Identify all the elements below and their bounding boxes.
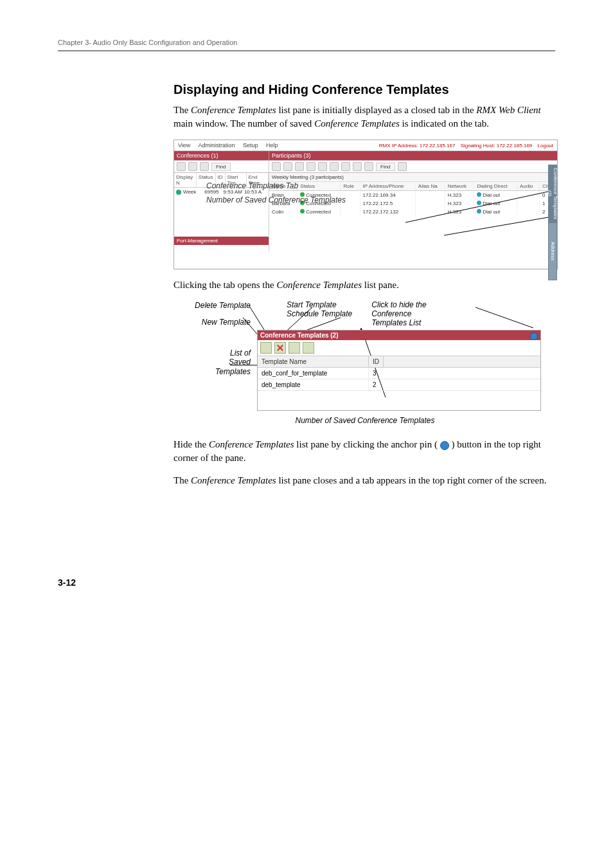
start-template-icon[interactable] [289,342,300,354]
t: Conference Templates [191,105,276,115]
t: list pane is initially displayed as a cl… [278,105,476,115]
t: Conference Templates [276,280,362,290]
templates-diagram: Delete Template New Template List of Sav… [173,301,556,411]
templates-pane: Conference Templates (2) Template Name I… [257,330,541,411]
label-delete-template: Delete Template [173,301,251,310]
col-role: Role [341,182,360,191]
t: The [173,475,191,485]
col-alias: Alias Na [415,182,445,191]
page-number: 3-12 [58,577,555,588]
menu-bar: View Administration Setup Help RMX IP Ad… [174,140,557,151]
t: list pane closes and a tab appears in th… [278,475,546,485]
delete-template-icon[interactable] [274,342,286,354]
p-net: H.323 [445,208,474,216]
find-button[interactable]: Find [376,163,395,171]
t: Conference Templates [314,118,400,129]
tool-icon[interactable] [177,162,186,171]
anno-num-saved: Number of Saved Conference Templates [206,195,346,204]
p-net: H.323 [445,191,474,200]
tool-icon[interactable] [272,162,281,171]
template-id: 3 [369,368,380,379]
tool-icon[interactable] [295,162,304,171]
menu-view[interactable]: View [178,142,190,149]
table-row[interactable]: Colin Connected 172.22.172.132 H.323 Dia… [269,208,557,216]
template-name: deb_conf_for_template [258,368,369,379]
grid-title: Weekly Meeting (3 participants) [269,173,557,182]
schedule-template-icon[interactable] [303,342,314,354]
paragraph-close: The Conference Templates list pane close… [173,474,555,487]
label-start-template: Start Template [287,301,352,310]
t: list pane. [364,280,399,290]
find-button[interactable]: Find [211,163,231,171]
chapter-header: Chapter 3- Audio Only Basic Configuratio… [58,39,555,46]
col-display: Display N [174,173,197,187]
t: is indicated on the tab. [402,118,489,129]
rmx-ip: RMX IP Address: 172.22.185.167 [379,143,456,149]
dial-icon [477,192,481,197]
tool-icon[interactable] [341,162,350,171]
dial-icon [477,201,481,205]
label-click-hide-1: Click to hide the [371,301,449,310]
conf-name: Week [183,189,196,195]
section-title: Displaying and Hiding Conference Templat… [173,82,555,97]
t: main window. The number of saved [173,118,314,129]
logout-link[interactable]: Logout [538,143,553,149]
side-tab-templates[interactable]: Conference Templates (2) [548,165,557,222]
col-template-id: ID [369,356,384,367]
t: Conference Templates [209,439,294,449]
part-toolbar: Find [269,161,557,172]
new-template-icon[interactable] [260,342,272,354]
tool-icon[interactable] [353,162,362,171]
status-icon [300,209,305,213]
t: Clicking the tab opens the [173,280,276,290]
menu-setup[interactable]: Setup [243,142,258,149]
t: Conference Templates [191,475,276,485]
tool-icon[interactable] [306,162,315,171]
tool-icon[interactable] [283,162,292,171]
port-mgmt-header: Port-Management [174,237,269,245]
header-divider [58,50,555,51]
t: Hide the [173,439,209,449]
templates-pane-header: Conference Templates (2) [258,330,540,340]
tool-icon[interactable] [188,162,197,171]
list-item[interactable]: deb_template 2 [258,379,540,391]
anno-templates-tab: Conference Templates Tab [206,181,298,190]
tool-icon[interactable] [318,162,327,171]
t: The [173,105,191,115]
p-ip: 172.22.169.34 [360,191,415,200]
label-click-hide-2: Conference Templates List [371,310,449,328]
t: RMX Web Client [476,105,540,115]
conferences-header: Conferences (1) [174,151,269,160]
participants-header: Participants (3) [269,151,557,160]
menu-admin[interactable]: Administration [198,142,235,149]
p-dial: Dial out [483,209,500,215]
side-tab-address[interactable]: Address [548,222,557,280]
menu-help[interactable]: Help [266,142,278,149]
paragraph-open-tab: Clicking the tab opens the Conference Te… [173,278,555,292]
tool-icon[interactable] [200,162,209,171]
tool-icon[interactable] [330,162,339,171]
col-template-name: Template Name [258,356,369,367]
signaling-host: Signaling Host: 172.22.185.169 [461,143,533,149]
intro-paragraph: The Conference Templates list pane is in… [173,104,555,131]
col-audio: Audio [517,182,540,191]
label-list-saved: List of Saved Templates [173,348,251,376]
search-icon[interactable] [398,162,407,171]
p-net: H.323 [445,199,474,208]
col-status: Status [298,182,341,191]
p-dial: Dial out [483,201,500,206]
tool-icon[interactable] [364,162,373,171]
p-name: Colin [272,209,283,215]
status-icon [176,190,181,195]
template-id: 2 [369,379,380,390]
col-dial: Dialing Direct [474,182,517,191]
p-ip: 172.22.172.132 [360,208,415,216]
pin-icon-inline [440,441,449,450]
list-item[interactable]: deb_conf_for_template 3 [258,368,540,379]
dial-icon [477,209,481,213]
col-network: Network [445,182,474,191]
p-status: Connected [306,209,331,215]
paragraph-hide: Hide the Conference Templates list pane … [173,438,555,465]
col-ip: IP Address/Phone [360,182,415,191]
p-dial: Dial out [483,192,500,198]
